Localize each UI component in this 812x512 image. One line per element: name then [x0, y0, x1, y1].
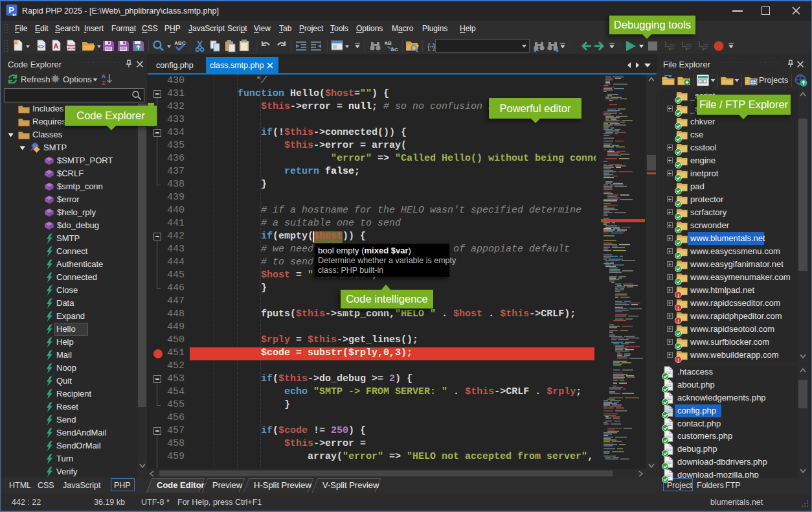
svg-text:AB: AB [385, 40, 392, 46]
svg-text:PHP: PHP [67, 45, 74, 49]
svg-text:!: ! [677, 305, 679, 311]
svg-text:!: ! [677, 357, 679, 363]
svg-text:Z: Z [102, 80, 106, 86]
svg-text:AC: AC [390, 47, 398, 52]
svg-text:!: ! [677, 292, 679, 298]
svg-text:!: ! [677, 318, 679, 324]
svg-text:<>: <> [38, 43, 45, 50]
svg-text:A: A [54, 42, 59, 50]
svg-text:A: A [102, 73, 106, 80]
